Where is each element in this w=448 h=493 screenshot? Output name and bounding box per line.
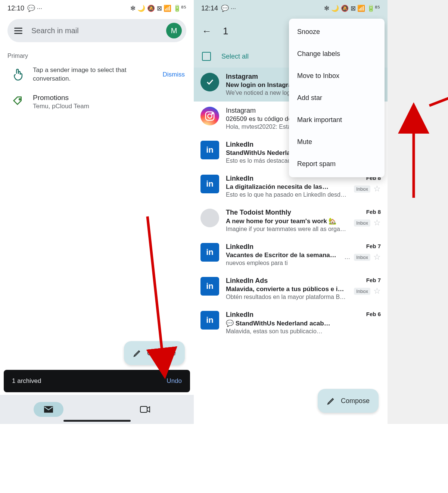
- compose-label: Compose: [341, 397, 370, 405]
- hint-row: Tap a sender image to select that conver…: [0, 62, 194, 90]
- promotions-subtitle: Temu, pCloud Team: [33, 103, 89, 110]
- email-row[interactable]: The Todoist MonthlyA new home for your t…: [194, 203, 388, 238]
- email-preview: nuevos empleos para ti: [226, 260, 337, 266]
- email-from: The Todoist Monthly: [226, 209, 347, 216]
- check-avatar[interactable]: [200, 73, 219, 91]
- star-icon[interactable]: ☆: [373, 218, 381, 228]
- compose-button-right[interactable]: Compose: [318, 389, 379, 413]
- hint-text: Tap a sender image to select that conver…: [33, 66, 155, 83]
- menu-item-report-spam[interactable]: Report spam: [289, 153, 385, 175]
- hamburger-icon[interactable]: [14, 28, 26, 34]
- status-time: 12:10: [7, 4, 24, 12]
- promotions-row[interactable]: Promotions Temu, pCloud Team: [0, 90, 194, 117]
- email-from: LinkedIn: [226, 243, 337, 251]
- label-chip: Inbox: [354, 254, 370, 261]
- account-avatar[interactable]: M: [166, 23, 182, 38]
- email-date: Feb 6: [366, 311, 381, 317]
- dismiss-button[interactable]: Dismiss: [163, 71, 185, 78]
- linkedin-avatar[interactable]: in: [200, 243, 219, 262]
- mail-tab[interactable]: [34, 402, 63, 417]
- compose-icon: [133, 349, 142, 358]
- status-right-icons: ✻ 🌙 🔕 ⊠ 📶 🔋⁸⁵: [324, 4, 380, 12]
- svg-rect-1: [140, 406, 147, 412]
- email-preview: Imagine if your teammates were all as or…: [226, 226, 347, 233]
- star-icon[interactable]: ☆: [373, 184, 381, 194]
- menu-item-add-star[interactable]: Add star: [289, 87, 385, 109]
- undo-button[interactable]: Undo: [167, 377, 182, 385]
- status-left-icons: 💬 ···: [27, 4, 42, 12]
- email-date: Feb 7: [366, 243, 381, 249]
- email-row[interactable]: inLinkedIn AdsMalavida, convierte a tus …: [194, 272, 388, 306]
- email-date: Feb 8: [366, 209, 381, 215]
- whitespace: [0, 424, 448, 493]
- status-time: 12:14: [201, 4, 218, 12]
- star-icon[interactable]: ☆: [373, 252, 381, 262]
- menu-item-snooze[interactable]: Snooze: [289, 21, 385, 43]
- search-placeholder: Search in mail: [31, 26, 166, 35]
- nav-indicator: [63, 420, 131, 422]
- snackbar: 1 archived Undo: [4, 370, 190, 392]
- email-from: LinkedIn Ads: [226, 277, 347, 285]
- primary-label: Primary: [0, 46, 194, 62]
- star-icon[interactable]: ☆: [373, 286, 381, 296]
- compose-label: Compose: [147, 349, 176, 357]
- linkedin-avatar[interactable]: in: [200, 175, 219, 193]
- svg-point-3: [208, 114, 212, 118]
- email-subject: La digitalización necesita de las…: [226, 183, 347, 191]
- label-chip: Inbox: [354, 288, 370, 295]
- promotions-icon: [10, 94, 25, 109]
- promotions-title: Promotions: [33, 94, 89, 102]
- phone-left: 12:10 💬 ··· ✻ 🌙 🔕 ⊠ 📶 🔋⁸⁵ Search in mail…: [0, 0, 194, 424]
- email-date: Feb 7: [366, 277, 381, 283]
- email-preview: Obtén resultados en la mayor plataforma …: [226, 294, 347, 300]
- linkedin-avatar[interactable]: in: [200, 311, 219, 330]
- email-row[interactable]: inLinkedIn💬 StandWithUs Nederland acab…M…: [194, 306, 388, 340]
- email-subject: 💬 StandWithUs Nederland acab…: [226, 319, 360, 327]
- label-chip: Inbox: [354, 219, 370, 227]
- menu-item-move-to-inbox[interactable]: Move to Inbox: [289, 65, 385, 87]
- selection-count: 1: [223, 25, 228, 37]
- blank-avatar[interactable]: [200, 209, 219, 227]
- select-all-label: Select all: [221, 53, 249, 60]
- tap-hint-icon: [10, 67, 25, 82]
- overflow-menu: SnoozeChange labelsMove to InboxAdd star…: [289, 19, 385, 177]
- svg-point-0: [19, 99, 21, 100]
- email-from: LinkedIn: [226, 311, 360, 319]
- svg-line-7: [429, 84, 448, 106]
- linkedin-avatar[interactable]: in: [200, 141, 219, 159]
- snackbar-text: 1 archived: [12, 377, 41, 385]
- email-preview: Esto es lo que ha pasado en LinkedIn des…: [226, 191, 347, 198]
- menu-item-mark-important[interactable]: Mark important: [289, 109, 385, 131]
- compose-icon: [327, 396, 336, 405]
- meet-tab[interactable]: [130, 402, 160, 417]
- menu-item-mute[interactable]: Mute: [289, 131, 385, 153]
- status-bar-right: 12:14 💬 ··· ✻ 🌙 🔕 ⊠ 📶 🔋⁸⁵: [194, 0, 388, 17]
- compose-button-left[interactable]: Compose: [124, 341, 185, 365]
- overflow-dots: …: [344, 254, 351, 260]
- email-preview: Malavida, estas son tus publicacio…: [226, 328, 360, 335]
- svg-point-4: [212, 113, 213, 114]
- phone-right: 12:14 💬 ··· ✻ 🌙 🔕 ⊠ 📶 🔋⁸⁵ ← 1 Select all…: [194, 0, 388, 424]
- email-subject: Vacantes de Escritor de la semana pasada: [226, 252, 337, 259]
- email-row[interactable]: inLinkedInVacantes de Escritor de la sem…: [194, 238, 388, 272]
- status-bar-left: 12:10 💬 ··· ✻ 🌙 🔕 ⊠ 📶 🔋⁸⁵: [0, 0, 194, 17]
- menu-item-change-labels[interactable]: Change labels: [289, 43, 385, 65]
- email-subject: A new home for your team's work 🏡: [226, 217, 347, 225]
- search-bar[interactable]: Search in mail M: [7, 19, 186, 42]
- select-all-checkbox[interactable]: [202, 52, 211, 61]
- instagram-avatar[interactable]: [200, 107, 219, 125]
- email-subject: Malavida, convierte a tus públicos e imp…: [226, 285, 347, 293]
- linkedin-avatar[interactable]: in: [200, 277, 219, 296]
- status-left-icons: 💬 ···: [221, 4, 236, 12]
- label-chip: Inbox: [354, 185, 370, 193]
- status-right-icons: ✻ 🌙 🔕 ⊠ 📶 🔋⁸⁵: [130, 4, 186, 12]
- back-button[interactable]: ←: [202, 25, 212, 37]
